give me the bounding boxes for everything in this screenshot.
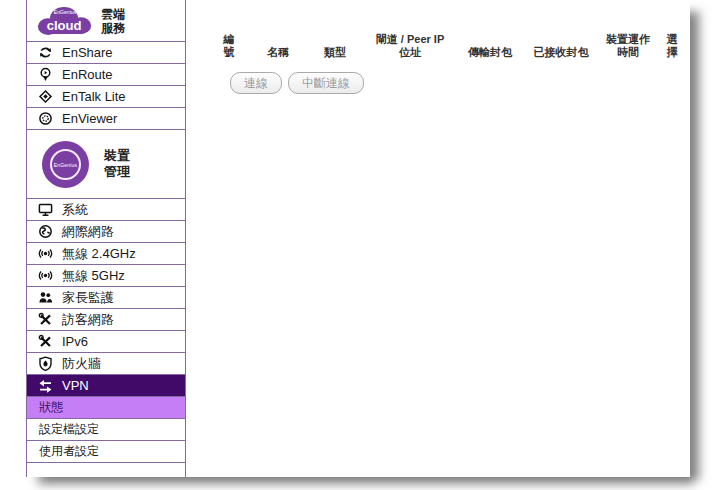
column-header-gateway-peer-ip: 閘道 / Peer IP 位址 bbox=[376, 31, 444, 59]
sidebar-item-label: IPv6 bbox=[62, 334, 88, 349]
sidebar-item-label: 無線 2.4GHz bbox=[62, 245, 136, 263]
sidebar-item-enroute[interactable]: EnRoute bbox=[27, 64, 185, 86]
sidebar-subitem-label: 使用者設定 bbox=[39, 443, 99, 460]
aperture-icon bbox=[37, 111, 53, 126]
wifi-icon bbox=[37, 268, 53, 283]
shield-fire-icon bbox=[37, 356, 53, 371]
sidebar-item-enshare[interactable]: EnShare bbox=[27, 42, 185, 64]
sidebar-item-internet[interactable]: 網際網路 bbox=[27, 221, 185, 243]
tools-icon bbox=[37, 334, 53, 349]
app-window: EnGenius cloud 雲端 服務 EnShare bbox=[26, 0, 690, 477]
sidebar-item-label: 訪客網路 bbox=[62, 311, 114, 329]
monitor-icon bbox=[37, 202, 53, 217]
location-pin-icon bbox=[37, 67, 53, 82]
sidebar-item-label: 無線 5GHz bbox=[62, 267, 125, 285]
sidebar-item-label: 系統 bbox=[62, 201, 88, 219]
sidebar-item-vpn[interactable]: VPN bbox=[27, 375, 185, 397]
sidebar-subitem-user-settings[interactable]: 使用者設定 bbox=[27, 441, 185, 463]
device-circle-text: EnGenius bbox=[42, 162, 89, 168]
disconnect-button[interactable]: 中斷連線 bbox=[288, 72, 364, 94]
column-header-uptime: 裝置運作 時間 bbox=[606, 31, 650, 59]
sidebar-item-wireless-5ghz[interactable]: 無線 5GHz bbox=[27, 265, 185, 287]
sidebar-item-label: EnViewer bbox=[62, 111, 117, 126]
sidebar: EnGenius cloud 雲端 服務 EnShare bbox=[26, 0, 186, 477]
column-header-tx-packets: 傳輸封包 bbox=[468, 31, 512, 59]
column-header-name: 名稱 bbox=[267, 31, 289, 59]
sync-icon bbox=[37, 45, 53, 60]
tools-icon bbox=[37, 312, 53, 327]
sidebar-item-label: EnRoute bbox=[62, 67, 113, 82]
column-header-select: 選 擇 bbox=[667, 31, 678, 59]
column-header-type: 類型 bbox=[324, 31, 346, 59]
sidebar-item-label: 防火牆 bbox=[62, 355, 101, 373]
sidebar-item-label: EnShare bbox=[62, 45, 113, 60]
sidebar-item-parental-control[interactable]: 家長監護 bbox=[27, 287, 185, 309]
logo-cloud-text: cloud bbox=[47, 18, 82, 33]
cloud-service-label: 雲端 服務 bbox=[101, 7, 125, 35]
sidebar-item-ipv6[interactable]: IPv6 bbox=[27, 331, 185, 353]
device-management-banner: EnGenius 裝置 管理 bbox=[27, 130, 185, 199]
sidebar-subitem-label: 狀態 bbox=[39, 399, 63, 416]
sidebar-subitem-label: 設定檔設定 bbox=[39, 421, 99, 438]
sidebar-item-label: 家長監護 bbox=[62, 289, 114, 307]
brand-logo: EnGenius cloud 雲端 服務 bbox=[27, 0, 185, 42]
swap-arrows-icon bbox=[37, 378, 53, 393]
sidebar-item-label: EnTalk Lite bbox=[62, 89, 126, 104]
vpn-status-panel: 編 號 名稱 類型 閘道 / Peer IP 位址 傳輸封包 已接收封包 裝置運… bbox=[186, 0, 690, 477]
sidebar-subitem-profile-settings[interactable]: 設定檔設定 bbox=[27, 419, 185, 441]
device-circle-icon: EnGenius bbox=[42, 141, 89, 188]
sidebar-subitem-status[interactable]: 狀態 bbox=[27, 397, 185, 419]
globe-icon bbox=[37, 224, 53, 239]
cloud-logo-icon: EnGenius cloud bbox=[36, 4, 94, 37]
diamond-icon bbox=[37, 89, 53, 104]
device-management-label: 裝置 管理 bbox=[104, 148, 130, 180]
people-icon bbox=[37, 290, 53, 305]
sidebar-item-label: 網際網路 bbox=[62, 223, 114, 241]
sidebar-item-guest-network[interactable]: 訪客網路 bbox=[27, 309, 185, 331]
connect-button[interactable]: 連線 bbox=[230, 72, 282, 94]
sidebar-item-entalk-lite[interactable]: EnTalk Lite bbox=[27, 86, 185, 108]
sidebar-item-label: VPN bbox=[62, 378, 89, 393]
sidebar-partial-row bbox=[27, 463, 185, 477]
sidebar-item-enviewer[interactable]: EnViewer bbox=[27, 108, 185, 130]
logo-engenius-text: EnGenius bbox=[54, 9, 77, 15]
sidebar-item-firewall[interactable]: 防火牆 bbox=[27, 353, 185, 375]
column-header-rx-packets: 已接收封包 bbox=[534, 31, 589, 59]
column-header-number: 編 號 bbox=[224, 31, 235, 59]
wifi-icon bbox=[37, 246, 53, 261]
sidebar-item-system[interactable]: 系統 bbox=[27, 199, 185, 221]
sidebar-item-wireless-24ghz[interactable]: 無線 2.4GHz bbox=[27, 243, 185, 265]
